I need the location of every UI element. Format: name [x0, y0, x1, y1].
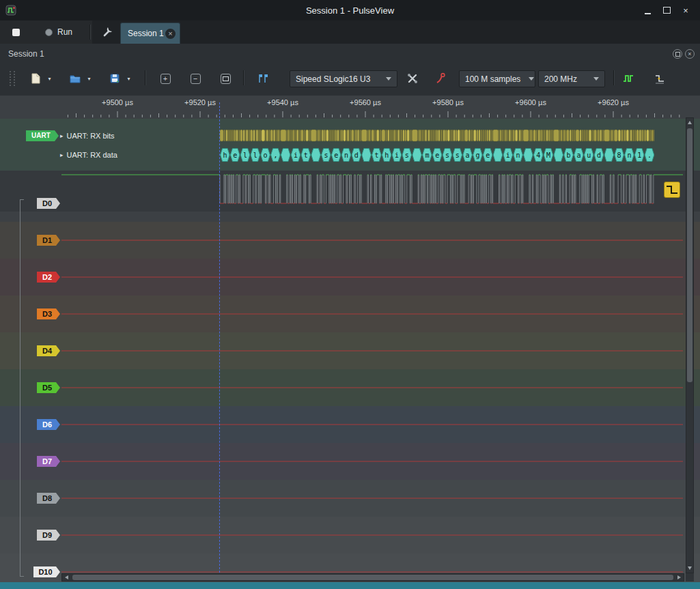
- device-select-value: Sipeed SLogic16 U3: [296, 74, 370, 84]
- svg-text:+9580 µs: +9580 µs: [432, 98, 464, 106]
- green-pulse-icon: [622, 72, 634, 85]
- close-button[interactable]: ×: [678, 3, 693, 18]
- scroll-up-arrow[interactable]: [688, 121, 692, 124]
- scroll-left-arrow[interactable]: [65, 575, 68, 579]
- new-session-dropdown[interactable]: ▾: [45, 70, 54, 87]
- channel-label-d2[interactable]: D2: [37, 272, 60, 283]
- zoom-in-button[interactable]: +: [157, 70, 173, 87]
- sample-rate-select[interactable]: 200 MHz: [538, 70, 605, 87]
- svg-text:e: e: [233, 152, 237, 159]
- scroll-down-arrow[interactable]: [688, 566, 692, 570]
- channel-group-bracket[interactable]: [20, 199, 25, 577]
- svg-text:.: .: [647, 152, 652, 159]
- svg-text:e: e: [334, 152, 338, 159]
- svg-text:o: o: [264, 152, 268, 159]
- decoder-row-label: UART: RX data: [67, 151, 117, 159]
- channel-label-d9[interactable]: D9: [37, 530, 60, 541]
- save-button[interactable]: [107, 70, 123, 87]
- toolbar-drag-handle[interactable]: [10, 71, 15, 86]
- sample-count-select[interactable]: 100 M samples: [459, 70, 535, 87]
- zoom-fit-button[interactable]: [217, 70, 234, 87]
- open-folder-icon: [69, 72, 81, 85]
- decoder-row-rx-bits[interactable]: ▸ UART: RX bits: [60, 130, 115, 141]
- probe-icon: [435, 72, 447, 85]
- channel-label-d3[interactable]: D3: [37, 308, 60, 319]
- scroll-right-arrow[interactable]: [677, 575, 681, 579]
- svg-text:8: 8: [617, 152, 621, 159]
- run-button-label: Run: [57, 27, 72, 37]
- sample-rate-value: 200 MHz: [544, 74, 577, 84]
- dock-close-button[interactable]: ×: [685, 49, 695, 59]
- svg-text:h: h: [223, 152, 227, 159]
- svg-text:s: s: [324, 152, 328, 159]
- svg-text:l: l: [253, 152, 257, 159]
- svg-text:n: n: [344, 152, 348, 159]
- svg-text:s: s: [456, 152, 460, 159]
- svg-text:,: ,: [273, 152, 277, 159]
- svg-text:a: a: [466, 152, 470, 159]
- save-dropdown[interactable]: ▾: [124, 70, 133, 87]
- chevron-down-icon: [386, 77, 391, 81]
- maximize-button[interactable]: [659, 3, 674, 18]
- zoom-in-icon: +: [160, 74, 171, 84]
- trigger-time-cursor[interactable]: [219, 102, 220, 576]
- svg-text:i: i: [395, 152, 399, 159]
- zoom-fit-icon: [221, 74, 231, 84]
- dock-float-button[interactable]: [673, 49, 682, 59]
- svg-text:+9560 µs: +9560 µs: [350, 98, 381, 106]
- trace-view[interactable]: +9500 µs+9520 µs+9540 µs+9560 µs+9580 µs…: [0, 96, 700, 582]
- session-panel: Session 1 × ▾ ▾: [0, 44, 700, 582]
- channel-label-d10[interactable]: D10: [33, 566, 60, 577]
- zoom-out-button[interactable]: −: [187, 70, 204, 87]
- toolbar-separator: [243, 70, 244, 85]
- zoom-out-icon: −: [191, 74, 201, 84]
- svg-text:t: t: [374, 152, 378, 159]
- new-session-button[interactable]: [27, 70, 44, 87]
- show-cursors-button[interactable]: [254, 70, 270, 87]
- horizontal-scrollbar[interactable]: [61, 573, 684, 581]
- channel-label-d8[interactable]: D8: [37, 493, 60, 504]
- cursors-icon: [255, 72, 269, 85]
- horizontal-scrollbar-thumb[interactable]: [72, 575, 673, 580]
- time-ruler[interactable]: +9500 µs+9520 µs+9540 µs+9560 µs+9580 µs…: [0, 96, 700, 117]
- tab-strip: [92, 20, 700, 44]
- channel-label-d1[interactable]: D1: [37, 235, 60, 246]
- svg-text:d: d: [597, 152, 601, 159]
- svg-text:i: i: [506, 152, 510, 159]
- channel-label-d4[interactable]: D4: [37, 345, 60, 356]
- vertical-scrollbar[interactable]: [686, 117, 694, 573]
- trigger-settings-button[interactable]: [652, 70, 668, 87]
- settings-button[interactable]: [100, 25, 115, 40]
- channels-button[interactable]: [433, 70, 449, 87]
- decoder-row-rx-data[interactable]: ▸ UART: RX data: [60, 149, 117, 160]
- svg-text:t: t: [304, 152, 308, 159]
- run-button[interactable]: Run: [38, 24, 79, 40]
- channel-label-d5[interactable]: D5: [37, 382, 60, 393]
- configure-device-button[interactable]: [404, 70, 421, 87]
- minimize-button[interactable]: [640, 3, 655, 18]
- decoder-tag-uart[interactable]: UART: [26, 130, 59, 141]
- trace-canvas[interactable]: hello, it send this message in 4M baud 8…: [0, 117, 700, 573]
- expander-icon[interactable]: ▸: [60, 132, 64, 139]
- stop-button[interactable]: [8, 25, 23, 40]
- channel-label-d7[interactable]: D7: [37, 456, 60, 467]
- vertical-scrollbar-thumb[interactable]: [687, 128, 692, 382]
- trigger-marker[interactable]: [664, 182, 680, 198]
- tab-label: Session 1: [128, 29, 165, 38]
- channel-label-d6[interactable]: D6: [37, 419, 60, 430]
- open-button[interactable]: [67, 70, 83, 87]
- chevron-down-icon: [529, 77, 534, 81]
- pulse-view-button[interactable]: [620, 70, 636, 87]
- device-select[interactable]: Sipeed SLogic16 U3: [290, 70, 397, 87]
- svg-text:i: i: [294, 152, 298, 159]
- decoder-row-label: UART: RX bits: [67, 132, 115, 140]
- tab-session-1[interactable]: Session 1 ×: [120, 23, 180, 44]
- chevron-down-icon: [593, 77, 599, 81]
- minimize-icon: [645, 13, 651, 14]
- titlebar[interactable]: Session 1 - PulseView ×: [0, 0, 700, 20]
- svg-text:l: l: [243, 152, 247, 159]
- open-dropdown[interactable]: ▾: [85, 70, 94, 87]
- channel-label-d0[interactable]: D0: [37, 198, 60, 209]
- tab-close-button[interactable]: ×: [165, 29, 176, 39]
- expander-icon[interactable]: ▸: [60, 152, 64, 158]
